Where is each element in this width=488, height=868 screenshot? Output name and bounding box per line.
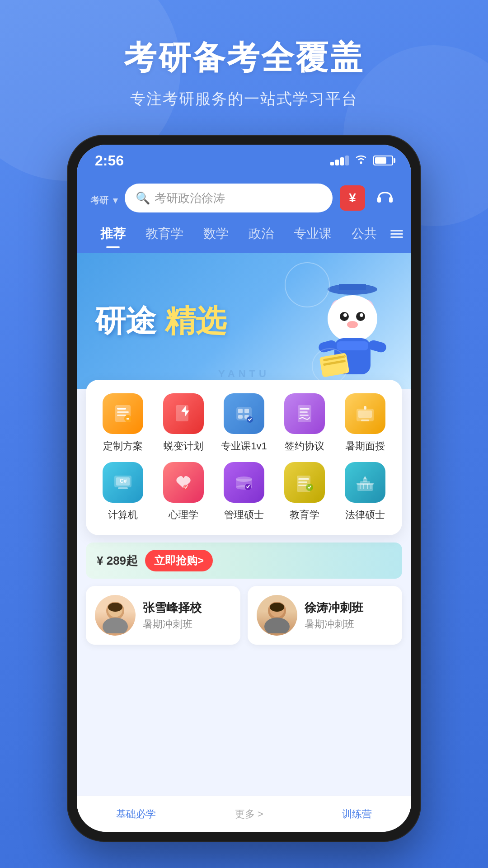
svg-rect-24 — [117, 411, 129, 413]
menu-label-major-1v1: 专业课1v1 — [221, 439, 267, 453]
svg-point-69 — [270, 603, 284, 612]
phone-screen: 2:56 — [77, 145, 411, 832]
tab-recommend[interactable]: 推荐 — [90, 222, 136, 246]
coupon-button[interactable]: ¥ — [340, 185, 365, 211]
svg-rect-2 — [389, 197, 393, 203]
menu-item-summer-class[interactable]: 暑期面授 — [337, 393, 393, 453]
menu-icon-computer: C# — [103, 462, 143, 503]
phone-wrapper: 2:56 — [68, 136, 420, 841]
menu-label-psychology: 心理学 — [169, 508, 198, 522]
svg-point-9 — [328, 295, 377, 342]
promo-price: ¥ 289起 — [97, 553, 138, 569]
banner-title: 研途 精选 — [95, 302, 226, 340]
nav-bar: 考研 ▾ 🔍 考研政治徐涛 ¥ — [77, 176, 411, 222]
menu-item-custom-plan[interactable]: 定制方案 — [95, 393, 151, 453]
category-more-button[interactable] — [387, 226, 407, 241]
bottom-tab-training[interactable]: 训练营 — [342, 807, 372, 821]
tab-education[interactable]: 教育学 — [136, 222, 193, 246]
menu-label-mba: 管理硕士 — [224, 508, 264, 522]
search-icon: 🔍 — [136, 191, 150, 205]
status-icons — [330, 153, 393, 168]
svg-point-13 — [360, 313, 363, 317]
menu-item-computer[interactable]: C# 计算机 — [95, 462, 151, 522]
menu-item-education[interactable]: 教育学 — [277, 462, 333, 522]
menu-label-custom-plan: 定制方案 — [103, 439, 143, 453]
menu-item-psychology[interactable]: 心理学 — [155, 462, 211, 522]
menu-item-transform-plan[interactable]: 蜕变计划 — [155, 393, 211, 453]
svg-point-67 — [264, 618, 290, 633]
menu-icon-major-1v1 — [224, 393, 264, 434]
menu-icon-transform-plan — [163, 393, 204, 434]
svg-rect-23 — [117, 408, 126, 410]
svg-rect-61 — [364, 476, 366, 479]
svg-rect-27 — [127, 418, 129, 420]
headphone-button[interactable] — [372, 185, 398, 211]
menu-icon-education — [284, 462, 325, 503]
menu-item-contract[interactable]: 签约协议 — [277, 393, 333, 453]
category-tabs: 推荐 教育学 数学 政治 专业课 公共 — [77, 222, 411, 253]
teacher-card-zhang[interactable]: 张雪峰择校 暑期冲刺班 — [86, 586, 240, 645]
svg-rect-41 — [361, 420, 369, 421]
menu-label-law: 法律硕士 — [345, 508, 385, 522]
phone-frame: 2:56 — [68, 136, 420, 841]
menu-label-contract: 签约协议 — [285, 439, 324, 453]
menu-icon-contract — [284, 393, 325, 434]
svg-rect-38 — [300, 415, 309, 416]
svg-rect-25 — [117, 415, 126, 416]
teacher-section: 张雪峰择校 暑期冲刺班 徐涛冲刺班 — [86, 586, 402, 645]
teacher-info-xu: 徐涛冲刺班 暑期冲刺班 — [305, 600, 363, 631]
menu-label-summer-class: 暑期面授 — [345, 439, 385, 453]
menu-item-major-1v1[interactable]: 专业课1v1 — [216, 393, 272, 453]
svg-rect-1 — [377, 197, 381, 203]
search-placeholder-text: 考研政治徐涛 — [155, 190, 225, 206]
promo-banner[interactable]: 研途 精选 — [77, 253, 411, 389]
svg-rect-42 — [364, 406, 366, 410]
menu-item-mba[interactable]: 管理硕士 — [216, 462, 272, 522]
bottom-tab-basic[interactable]: 基础必学 — [116, 807, 156, 821]
teacher-name-xu: 徐涛冲刺班 — [305, 600, 363, 616]
menu-label-transform-plan: 蜕变计划 — [164, 439, 203, 453]
bottom-tab-more[interactable]: 更多 > — [235, 807, 263, 821]
svg-rect-4 — [339, 284, 366, 290]
wifi-icon — [354, 153, 368, 168]
tab-public[interactable]: 公共 — [342, 222, 387, 246]
menu-icon-summer-class — [345, 393, 385, 434]
tab-major[interactable]: 专业课 — [284, 222, 342, 246]
promo-button[interactable]: 立即抢购> — [145, 550, 213, 571]
search-bar[interactable]: 🔍 考研政治徐涛 — [125, 184, 333, 212]
svg-point-14 — [347, 321, 358, 328]
svg-rect-40 — [358, 410, 372, 418]
svg-rect-16 — [337, 341, 368, 350]
menu-icon-custom-plan — [103, 393, 143, 434]
svg-point-0 — [360, 162, 362, 164]
signal-icon — [330, 156, 349, 165]
svg-rect-37 — [300, 411, 308, 413]
teacher-avatar-zhang — [95, 595, 136, 636]
status-time: 2:56 — [95, 152, 124, 169]
battery-icon — [373, 156, 393, 165]
teacher-card-xu[interactable]: 徐涛冲刺班 暑期冲刺班 — [248, 586, 402, 645]
svg-rect-35 — [298, 405, 311, 422]
menu-label-education: 教育学 — [290, 508, 319, 522]
page-title: 考研备考全覆盖 — [0, 36, 488, 80]
bottom-nav: 基础必学 更多 > 训练营 — [77, 796, 411, 832]
menu-icon-law — [345, 462, 385, 503]
menu-item-law[interactable]: 法律硕士 — [337, 462, 393, 522]
svg-rect-54 — [298, 481, 307, 483]
menu-icon-psychology — [163, 462, 204, 503]
tab-politics[interactable]: 政治 — [239, 222, 284, 246]
svg-rect-32 — [238, 415, 243, 419]
svg-rect-45 — [118, 487, 128, 489]
menu-icon-mba — [224, 462, 264, 503]
teacher-info-zhang: 张雪峰择校 暑期冲刺班 — [143, 600, 202, 631]
teacher-desc-xu: 暑期冲刺班 — [305, 618, 363, 631]
svg-rect-31 — [244, 409, 249, 413]
svg-rect-36 — [300, 408, 310, 410]
status-bar: 2:56 — [77, 145, 411, 176]
banner-watermark: YANTU — [218, 368, 270, 380]
teacher-name-zhang: 张雪峰择校 — [143, 600, 202, 616]
tab-math[interactable]: 数学 — [193, 222, 239, 246]
svg-rect-53 — [298, 478, 309, 480]
nav-logo: 考研 ▾ — [90, 189, 117, 208]
promo-strip[interactable]: ¥ 289起 立即抢购> — [86, 542, 402, 579]
